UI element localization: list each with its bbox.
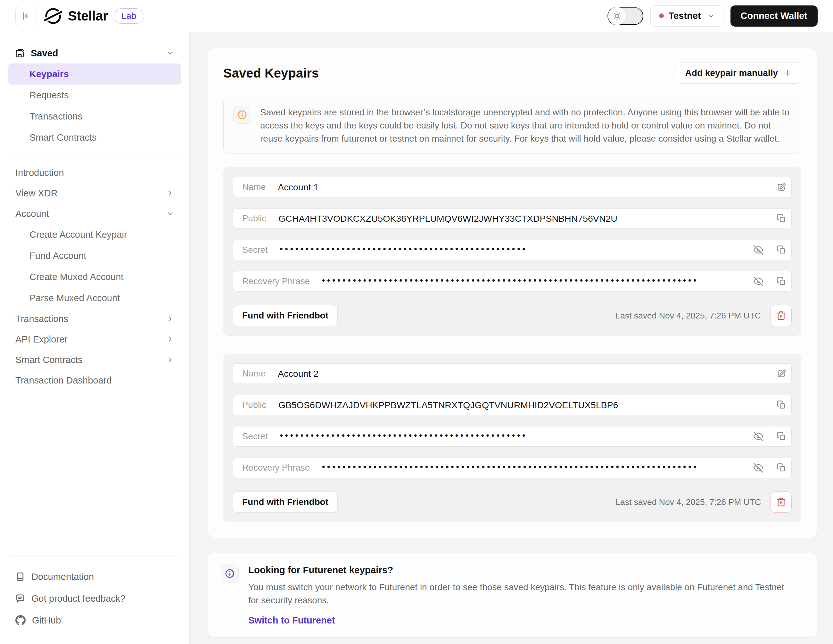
- copy-icon: [777, 400, 786, 410]
- secret-key-field-row: Secret •••••••••••••••••••••••••••••••••…: [233, 426, 792, 447]
- copy-icon: [777, 214, 786, 223]
- sidebar-link-github[interactable]: GitHub: [9, 609, 180, 631]
- futurenet-title: Looking for Futurenet keypairs?: [248, 565, 786, 575]
- public-label: Public: [242, 213, 266, 224]
- edit-name-button[interactable]: [771, 364, 791, 383]
- network-label: Testnet: [669, 11, 701, 21]
- sidebar-item-transactions-saved[interactable]: Transactions: [8, 106, 181, 127]
- add-keypair-button[interactable]: Add keypair manually: [676, 63, 801, 84]
- app-header: Stellar Lab Testnet Connect Wallet: [0, 0, 833, 32]
- secret-label: Secret: [242, 245, 267, 255]
- info-circle-icon: [225, 568, 235, 579]
- recovery-phrase-masked-value: ••••••••••••••••••••••••••••••••••••••••…: [322, 462, 699, 472]
- sidebar-item-smart-contracts[interactable]: Smart Contracts: [8, 349, 181, 370]
- name-label: Name: [242, 182, 265, 192]
- sidebar-collapse-button[interactable]: [15, 6, 36, 26]
- trash-icon: [776, 311, 786, 321]
- edit-icon: [777, 182, 786, 192]
- last-saved-timestamp: Last saved Nov 4, 2025, 7:26 PM UTC: [616, 497, 761, 507]
- eye-off-icon: [754, 277, 763, 286]
- feedback-bubble-icon: [15, 594, 25, 603]
- sidebar-item-create-muxed-account[interactable]: Create Muxed Account: [8, 266, 181, 287]
- delete-keypair-button[interactable]: [770, 491, 792, 513]
- stellar-logo-icon: [44, 7, 62, 25]
- main-content: Saved Keypairs Add keypair manually: [190, 32, 833, 644]
- sidebar-item-account[interactable]: Account: [8, 203, 181, 224]
- chevron-right-icon: [166, 315, 174, 323]
- public-key-field-row: Public GB5OS6DWHZAJDVHKPPBWZTLA5TNRXTQJG…: [233, 395, 792, 415]
- secret-key-field-row: Secret •••••••••••••••••••••••••••••••••…: [233, 240, 792, 260]
- network-status-dot: [659, 13, 664, 18]
- sidebar-item-keypairs[interactable]: Keypairs: [8, 63, 181, 85]
- name-value: Account 1: [278, 182, 318, 193]
- copy-public-key-button[interactable]: [771, 395, 791, 415]
- public-label: Public: [242, 400, 266, 410]
- chevron-right-icon: [166, 335, 174, 343]
- sidebar-link-documentation[interactable]: Documentation: [9, 566, 180, 588]
- recovery-phrase-masked-value: ••••••••••••••••••••••••••••••••••••••••…: [322, 275, 699, 285]
- sidebar-group-label: Saved: [31, 48, 58, 59]
- sidebar-item-transaction-dashboard[interactable]: Transaction Dashboard: [8, 370, 181, 391]
- sidebar-item-requests[interactable]: Requests: [8, 85, 181, 106]
- copy-secret-key-button[interactable]: [771, 240, 791, 260]
- sidebar-item-create-account-keypair[interactable]: Create Account Keypair: [8, 224, 181, 245]
- sidebar-item-smart-contracts-saved[interactable]: Smart Contracts: [8, 127, 181, 148]
- sidebar-item-api-explorer[interactable]: API Explorer: [8, 329, 181, 349]
- sun-icon: [612, 11, 622, 21]
- collapse-sidebar-icon: [21, 11, 31, 21]
- recovery-phrase-field-row: Recovery Phrase ••••••••••••••••••••••••…: [233, 457, 792, 478]
- sidebar-item-fund-account[interactable]: Fund Account: [8, 245, 181, 266]
- name-field-row: Name Account 1: [233, 177, 792, 197]
- book-icon: [15, 572, 25, 581]
- save-floppy-icon: [15, 48, 25, 58]
- switch-to-futurenet-link[interactable]: Switch to Futurenet: [248, 615, 335, 626]
- public-key-field-row: Public GCHA4HT3VODKCXZU5OK36YRPLUMQV6WI2…: [233, 208, 792, 229]
- saved-keypairs-card: Saved Keypairs Add keypair manually: [207, 48, 817, 538]
- name-label: Name: [242, 369, 265, 379]
- copy-public-key-button[interactable]: [771, 209, 791, 229]
- keypair-card-account-1: Name Account 1 Public: [223, 167, 801, 336]
- keypair-warning-banner: Saved keypairs are stored in the browser…: [223, 97, 801, 154]
- copy-secret-key-button[interactable]: [771, 427, 791, 446]
- delete-keypair-button[interactable]: [770, 305, 792, 326]
- toggle-recovery-visibility-button[interactable]: [748, 463, 763, 473]
- futurenet-notice-card: Looking for Futurenet keypairs? You must…: [207, 553, 817, 638]
- sidebar: Saved Keypairs Requests Transactions Sma…: [0, 32, 190, 644]
- brand-name: Stellar: [68, 8, 108, 24]
- copy-icon: [777, 463, 786, 473]
- warning-icon-box: [233, 106, 251, 124]
- edit-name-button[interactable]: [771, 177, 791, 197]
- recovery-phrase-field-row: Recovery Phrase ••••••••••••••••••••••••…: [233, 271, 792, 291]
- last-saved-timestamp: Last saved Nov 4, 2025, 7:26 PM UTC: [616, 311, 761, 321]
- toggle-secret-visibility-button[interactable]: [748, 431, 763, 441]
- chevron-right-icon: [166, 356, 174, 364]
- brand[interactable]: Stellar Lab: [44, 7, 144, 25]
- sidebar-item-parse-muxed-account[interactable]: Parse Muxed Account: [8, 287, 181, 309]
- futurenet-body: You must switch your network to Futurene…: [248, 581, 786, 607]
- secret-key-masked-value: ••••••••••••••••••••••••••••••••••••••••…: [280, 431, 527, 441]
- connect-wallet-button[interactable]: Connect Wallet: [730, 5, 818, 27]
- info-circle-icon: [237, 109, 247, 120]
- fund-with-friendbot-button[interactable]: Fund with Friendbot: [233, 305, 338, 326]
- copy-recovery-phrase-button[interactable]: [771, 271, 791, 291]
- plus-icon: [783, 69, 792, 77]
- theme-toggle[interactable]: [608, 7, 643, 25]
- keypair-card-account-2: Name Account 2 Public: [223, 354, 801, 522]
- sidebar-group-saved[interactable]: Saved: [8, 43, 181, 63]
- edit-icon: [777, 369, 786, 378]
- toggle-secret-visibility-button[interactable]: [748, 245, 763, 255]
- sidebar-item-transactions[interactable]: Transactions: [8, 309, 181, 329]
- sidebar-item-introduction[interactable]: Introduction: [8, 163, 181, 183]
- sidebar-link-feedback[interactable]: Got product feedback?: [9, 588, 180, 609]
- sidebar-item-view-xdr[interactable]: View XDR: [8, 183, 181, 203]
- copy-recovery-phrase-button[interactable]: [771, 458, 791, 478]
- copy-icon: [777, 245, 786, 255]
- name-field-row: Name Account 2: [233, 363, 792, 384]
- secret-label: Secret: [242, 431, 267, 441]
- public-key-value: GCHA4HT3VODKCXZU5OK36YRPLUMQV6WI2JWHY33C…: [278, 213, 618, 224]
- network-select[interactable]: Testnet: [650, 5, 724, 27]
- fund-with-friendbot-button[interactable]: Fund with Friendbot: [233, 491, 338, 513]
- chevron-down-icon: [707, 12, 715, 20]
- toggle-recovery-visibility-button[interactable]: [748, 277, 763, 286]
- trash-icon: [776, 497, 786, 507]
